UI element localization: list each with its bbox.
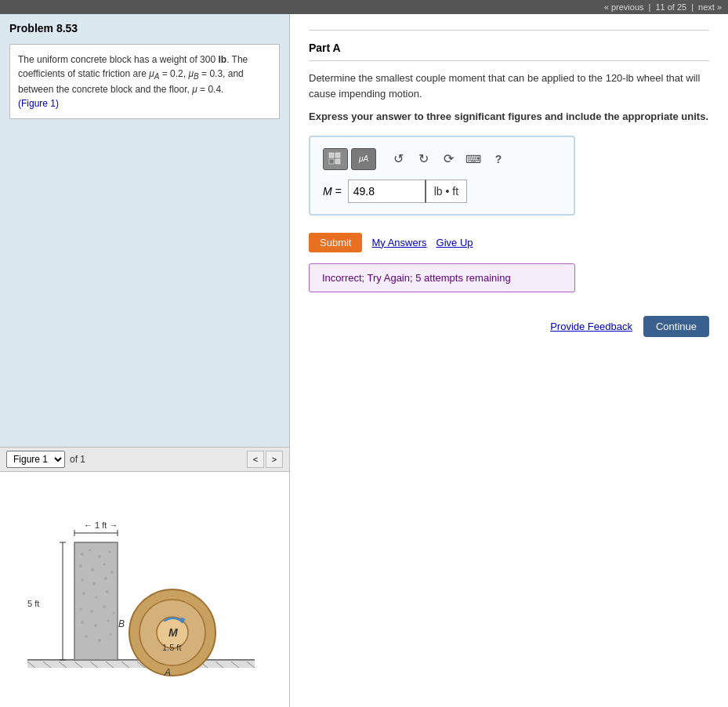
svg-point-36 [81, 621, 84, 624]
main-layout: Problem 8.53 The uniform concrete block … [0, 14, 728, 707]
svg-text:M: M [168, 626, 178, 639]
separator-2: | [691, 2, 694, 12]
submit-button[interactable]: Submit [309, 233, 362, 252]
m-label: M = [323, 185, 342, 198]
svg-point-38 [107, 620, 109, 622]
svg-point-20 [98, 555, 101, 558]
svg-point-23 [91, 568, 94, 571]
svg-rect-59 [335, 153, 340, 158]
left-panel: Problem 8.53 The uniform concrete block … [0, 14, 290, 707]
matrix-button[interactable] [323, 148, 348, 170]
svg-point-18 [81, 553, 84, 556]
give-up-link[interactable]: Give Up [436, 237, 473, 248]
previous-link[interactable]: « previous [604, 2, 644, 12]
figure-selector[interactable]: Figure 1 [6, 451, 65, 468]
svg-point-41 [109, 633, 111, 636]
svg-point-25 [110, 571, 114, 574]
svg-point-27 [92, 582, 96, 586]
figure-toolbar: Figure 1 of 1 < > [0, 448, 289, 472]
my-answers-link[interactable]: My Answers [371, 237, 426, 248]
svg-point-35 [112, 612, 114, 615]
provide-feedback-link[interactable]: Provide Feedback [550, 321, 632, 332]
problem-text-box: The uniform concrete block has a weight … [9, 44, 280, 119]
matrix-icon [328, 152, 342, 166]
svg-point-24 [103, 564, 105, 566]
figure-svg: M 1.5 ft B A ← 1 ft → 5 ft [12, 480, 278, 699]
input-row: M = lb • ft [323, 179, 561, 203]
svg-text:5 ft: 5 ft [27, 599, 39, 608]
separator-1: | [649, 2, 651, 12]
figure-of-label: of 1 [70, 454, 85, 465]
part-label: Part A [309, 42, 709, 61]
svg-text:B: B [118, 618, 125, 629]
problem-title: Problem 8.53 [0, 14, 289, 39]
redo-button[interactable]: ↻ [412, 148, 434, 170]
top-divider [309, 30, 709, 31]
figure-link[interactable]: (Figure 1) [18, 98, 59, 109]
svg-point-21 [108, 551, 110, 553]
error-message: Incorrect; Try Again; 5 attempts remaini… [309, 263, 575, 292]
svg-point-26 [81, 579, 83, 582]
help-button[interactable]: ? [487, 148, 509, 170]
svg-point-28 [104, 577, 107, 580]
svg-point-39 [85, 635, 88, 638]
svg-point-33 [90, 610, 93, 613]
express-instructions: Express your answer to three significant… [309, 109, 709, 125]
svg-point-40 [98, 639, 101, 642]
question-text: Determine the smallest couple moment tha… [309, 71, 709, 101]
problem-text: The uniform concrete block has a weight … [18, 54, 248, 95]
svg-point-37 [94, 624, 97, 627]
svg-rect-17 [74, 542, 118, 660]
toolbar-row: μΑ ↺ ↻ ⟳ ⌨ ? [323, 148, 561, 170]
greek-button[interactable]: μΑ [351, 148, 376, 170]
figure-prev-button[interactable]: < [247, 451, 264, 468]
unit-display: lb • ft [426, 179, 467, 203]
svg-text:← 1 ft →: ← 1 ft → [84, 520, 118, 530]
undo-button[interactable]: ↺ [387, 148, 409, 170]
svg-point-22 [79, 564, 82, 567]
answer-input[interactable] [348, 179, 426, 203]
figure-nav: < > [247, 451, 283, 468]
right-panel: Part A Determine the smallest couple mom… [290, 14, 728, 707]
top-navigation: « previous | 11 of 25 | next » [0, 0, 728, 14]
svg-point-32 [79, 608, 81, 611]
svg-point-19 [89, 549, 91, 552]
refresh-button[interactable]: ⟳ [437, 148, 459, 170]
figure-image: M 1.5 ft B A ← 1 ft → 5 ft [0, 472, 289, 707]
figure-next-button[interactable]: > [266, 451, 283, 468]
next-link[interactable]: next » [698, 2, 722, 12]
position-label: 11 of 25 [655, 2, 686, 12]
svg-point-29 [82, 592, 85, 595]
continue-button[interactable]: Continue [643, 316, 709, 337]
svg-point-30 [95, 596, 97, 599]
greek-icon: μΑ [359, 154, 368, 163]
svg-text:1.5 ft: 1.5 ft [162, 643, 181, 652]
answer-container: μΑ ↺ ↻ ⟳ ⌨ ? M = lb • ft [309, 136, 575, 216]
svg-rect-58 [329, 153, 334, 158]
svg-rect-61 [335, 159, 340, 164]
keyboard-button[interactable]: ⌨ [462, 148, 484, 170]
svg-point-34 [103, 605, 106, 608]
svg-text:A: A [164, 667, 171, 678]
svg-point-31 [106, 590, 109, 593]
bottom-row: Provide Feedback Continue [309, 316, 709, 337]
svg-rect-60 [329, 159, 334, 164]
figure-area: Figure 1 of 1 < > [0, 447, 289, 707]
submit-row: Submit My Answers Give Up [309, 233, 709, 252]
